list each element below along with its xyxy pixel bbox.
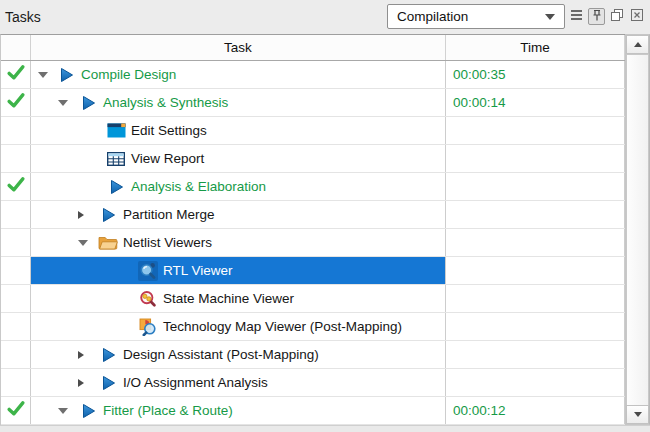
task-time — [446, 285, 625, 312]
chevron-down-icon — [545, 14, 555, 20]
table-header: Task Time — [1, 35, 625, 61]
play-icon — [98, 373, 118, 393]
task-label: I/O Assignment Analysis — [123, 375, 268, 390]
status-cell — [1, 145, 31, 172]
status-cell — [1, 61, 31, 88]
task-row[interactable]: Analysis & Elaboration — [1, 173, 625, 201]
task-label: Netlist Viewers — [123, 235, 212, 250]
task-cell[interactable]: I/O Assignment Analysis — [31, 369, 446, 396]
pin-icon — [591, 9, 603, 25]
play-icon — [78, 401, 98, 421]
settings-window-icon — [106, 121, 126, 141]
panel-menu-button[interactable] — [568, 8, 585, 25]
task-time: 00:00:12 — [446, 397, 625, 424]
task-label: Edit Settings — [131, 123, 207, 138]
task-label: Fitter (Place & Route) — [103, 403, 233, 418]
task-label: Analysis & Synthesis — [103, 95, 228, 110]
column-header-task[interactable]: Task — [31, 35, 446, 60]
scroll-down-button[interactable] — [626, 405, 649, 424]
panel-float-button[interactable] — [608, 8, 625, 25]
task-row[interactable]: I/O Assignment Analysis — [1, 369, 625, 397]
play-icon — [106, 177, 126, 197]
state-machine-viewer-icon — [138, 289, 158, 309]
task-time — [446, 313, 625, 340]
check-icon — [7, 401, 25, 420]
down-arrow-icon — [634, 412, 642, 417]
task-label: RTL Viewer — [163, 263, 233, 278]
task-label: Technology Map Viewer (Post-Mapping) — [163, 319, 402, 334]
close-icon — [630, 8, 644, 25]
tasks-panel: Tasks Compilation — [0, 0, 650, 432]
report-table-icon — [106, 149, 126, 169]
panel-bottom-edge — [0, 425, 650, 432]
panel-close-button[interactable] — [628, 8, 645, 25]
expander-down-icon[interactable] — [58, 408, 68, 414]
task-cell[interactable]: Design Assistant (Post-Mapping) — [31, 341, 446, 368]
expander-right-icon[interactable] — [78, 211, 84, 219]
task-row[interactable]: Edit Settings — [1, 117, 625, 145]
task-row[interactable]: View Report — [1, 145, 625, 173]
expander-right-icon[interactable] — [78, 379, 84, 387]
status-cell — [1, 229, 31, 256]
scrollbar-thumb[interactable] — [626, 54, 649, 407]
column-header-time[interactable]: Time — [446, 35, 625, 60]
check-icon — [7, 65, 25, 84]
task-cell[interactable]: Compile Design — [31, 61, 446, 88]
play-icon — [98, 345, 118, 365]
task-cell[interactable]: Technology Map Viewer (Post-Mapping) — [31, 313, 446, 340]
scroll-up-button[interactable] — [626, 35, 649, 54]
task-time — [446, 257, 625, 284]
task-label: Compile Design — [81, 67, 176, 82]
task-cell[interactable]: Analysis & Elaboration — [31, 173, 446, 200]
task-cell-selected[interactable]: RTL Viewer — [31, 257, 446, 284]
task-label: Partition Merge — [123, 207, 215, 222]
expander-down-icon[interactable] — [78, 240, 88, 246]
task-time: 00:00:14 — [446, 89, 625, 116]
task-row[interactable]: Technology Map Viewer (Post-Mapping) — [1, 313, 625, 341]
flow-selector-value: Compilation — [397, 9, 468, 24]
task-cell[interactable]: Edit Settings — [31, 117, 446, 144]
check-icon — [7, 177, 25, 196]
task-time — [446, 229, 625, 256]
vertical-scrollbar[interactable] — [625, 34, 650, 425]
panel-pin-button[interactable] — [588, 8, 605, 25]
expander-down-icon[interactable] — [38, 72, 48, 78]
task-label: Analysis & Elaboration — [131, 179, 266, 194]
up-arrow-icon — [634, 42, 642, 47]
status-cell — [1, 173, 31, 200]
hamburger-icon — [570, 9, 583, 24]
task-cell[interactable]: Netlist Viewers — [31, 229, 446, 256]
status-cell — [1, 369, 31, 396]
play-icon — [98, 205, 118, 225]
task-time — [446, 145, 625, 172]
status-cell — [1, 341, 31, 368]
task-cell[interactable]: View Report — [31, 145, 446, 172]
technology-map-viewer-icon — [138, 317, 158, 337]
status-cell — [1, 117, 31, 144]
task-cell[interactable]: Fitter (Place & Route) — [31, 397, 446, 424]
task-row[interactable]: Fitter (Place & Route)00:00:12 — [1, 397, 625, 425]
tasks-table: Task Time Compile Design00:00:35Analysis… — [0, 34, 625, 425]
status-cell — [1, 257, 31, 284]
task-row[interactable]: RTL Viewer — [1, 257, 625, 285]
task-row[interactable]: State Machine Viewer — [1, 285, 625, 313]
task-cell[interactable]: Partition Merge — [31, 201, 446, 228]
task-cell[interactable]: State Machine Viewer — [31, 285, 446, 312]
task-row[interactable]: Netlist Viewers — [1, 229, 625, 257]
play-icon — [56, 65, 76, 85]
status-cell — [1, 397, 31, 424]
status-cell — [1, 201, 31, 228]
task-cell[interactable]: Analysis & Synthesis — [31, 89, 446, 116]
expander-right-icon[interactable] — [78, 351, 84, 359]
flow-selector-dropdown[interactable]: Compilation — [387, 4, 565, 29]
status-cell — [1, 285, 31, 312]
task-row[interactable]: Compile Design00:00:35 — [1, 61, 625, 89]
task-row[interactable]: Design Assistant (Post-Mapping) — [1, 341, 625, 369]
task-row[interactable]: Analysis & Synthesis00:00:14 — [1, 89, 625, 117]
task-time: 00:00:35 — [446, 61, 625, 88]
expander-down-icon[interactable] — [58, 100, 68, 106]
task-time — [446, 117, 625, 144]
task-time — [446, 341, 625, 368]
task-row[interactable]: Partition Merge — [1, 201, 625, 229]
column-header-status[interactable] — [1, 35, 31, 60]
